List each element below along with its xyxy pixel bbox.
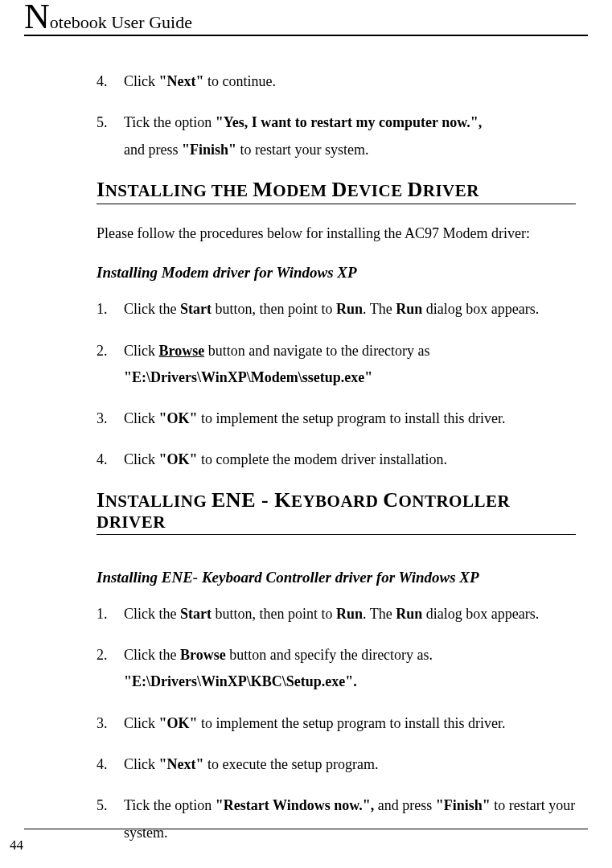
list-item: 4. Click "OK" to complete the modem driv… xyxy=(97,446,576,473)
step-text: Click the Start button, then point to Ru… xyxy=(124,296,576,323)
list-item: 1. Click the Start button, then point to… xyxy=(97,296,576,323)
page: Notebook User Guide 4. Click "Next" to c… xyxy=(0,0,612,846)
step-text: Click Browse button and navigate to the … xyxy=(124,338,576,392)
document-header: Notebook User Guide xyxy=(24,0,588,35)
step-number: 4. xyxy=(97,446,124,473)
step-number: 4. xyxy=(97,68,124,95)
header-rest: otebook User Guide xyxy=(50,12,192,32)
section-intro: Please follow the procedures below for i… xyxy=(97,220,576,246)
step-number: 2. xyxy=(97,642,124,696)
footer: 44 xyxy=(0,829,612,854)
list-item: 1. Click the Start button, then point to… xyxy=(97,601,576,627)
step-text: Click "OK" to complete the modem driver … xyxy=(124,446,576,473)
list-item: 4. Click "Next" to execute the setup pro… xyxy=(97,751,576,778)
step-number: 1. xyxy=(97,601,124,627)
page-number: 44 xyxy=(0,837,612,854)
step-number: 5. xyxy=(97,109,124,163)
sub-heading-ene-xp: Installing ENE- Keyboard Controller driv… xyxy=(97,569,576,586)
step-number: 1. xyxy=(97,296,124,323)
step-text: Click the Start button, then point to Ru… xyxy=(124,601,576,627)
header-initial: N xyxy=(24,0,50,36)
list-item: 5. Tick the option "Yes, I want to resta… xyxy=(97,109,576,163)
list-item: 2. Click the Browse button and specify t… xyxy=(97,642,576,696)
sub-heading-modem-xp: Installing Modem driver for Windows XP xyxy=(97,264,576,282)
step-number: 3. xyxy=(97,710,124,737)
step-text: Click "OK" to implement the setup progra… xyxy=(124,405,576,432)
list-item: 3. Click "OK" to implement the setup pro… xyxy=(97,710,576,737)
step-text: Click "OK" to implement the setup progra… xyxy=(124,710,576,737)
list-item: 4. Click "Next" to continue. xyxy=(97,68,576,95)
footer-rule xyxy=(24,829,588,829)
list-item: 2. Click Browse button and navigate to t… xyxy=(97,338,576,392)
step-number: 2. xyxy=(97,338,124,392)
content: 4. Click "Next" to continue. 5. Tick the… xyxy=(24,36,588,846)
section-heading-modem: INSTALLING THE MODEM DEVICE DRIVER xyxy=(97,178,576,204)
step-text: Click "Next" to continue. xyxy=(124,68,576,95)
section-heading-ene: INSTALLING ENE - KEYBOARD CONTROLLER DRI… xyxy=(97,488,576,535)
step-text: Click the Browse button and specify the … xyxy=(124,642,576,696)
list-item: 3. Click "OK" to implement the setup pro… xyxy=(97,405,576,432)
step-text: Tick the option "Yes, I want to restart … xyxy=(124,109,576,163)
step-number: 4. xyxy=(97,751,124,778)
step-text: Click "Next" to execute the setup progra… xyxy=(124,751,576,778)
step-number: 3. xyxy=(97,405,124,432)
